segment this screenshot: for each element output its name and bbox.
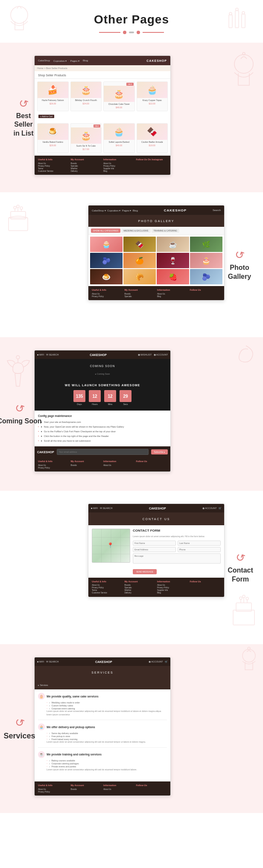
cs-breadcrumb: ▸ Coming Soon [95, 373, 110, 375]
sv-footer-col-1-title: Useful & Info [38, 784, 69, 787]
cs-footer-col-1-title: Useful & Info [38, 460, 69, 463]
bullet-text: Private events and parties [51, 765, 76, 768]
sv-banner: SERVICES [35, 666, 170, 679]
bullet-icon: ○ [49, 704, 50, 707]
gallery-footer-col-4: Follow Us [190, 289, 221, 298]
cs-bullet-text-4: Scroll all the time you have to set subm… [44, 439, 91, 443]
doodle-cake-bottom-right [227, 589, 261, 631]
gallery-footer-col-1: Useful & Info About Us Privacy Policy [92, 289, 123, 298]
sv-breadcrumb-bar: ▸ Services [35, 679, 170, 689]
sv-footer-col-2: My Account Brands [71, 784, 102, 793]
gallery-footer: Useful & Info About Us Privacy Policy My… [88, 286, 224, 300]
footer-link-blog: Blog [103, 170, 134, 172]
bullet-text: Same day delivery available [51, 732, 78, 735]
cf-f-link-12: Blog [157, 592, 188, 594]
mock-nav-bestseller: CakeShop Cupcakes ▾ Pages ▾ Blog CAKESHO… [35, 56, 170, 65]
filter-tab-training[interactable]: TRAINING & CATERING [152, 229, 179, 233]
product-card-0: 🍰 Hazle Patissery Saloon $26.00 [37, 81, 69, 111]
doodle-cupcake-topright-services [237, 646, 261, 672]
photogallery-mock: CakeShop ▾ Cupcakes ▾ Pages ▾ Blog CAKES… [88, 205, 225, 301]
comingsoon-label-text: Coming Soon [0, 417, 42, 426]
cs-sub-header: COMING SOON ▸ Coming Soon [35, 359, 170, 379]
cf-submit-btn[interactable]: SEND MESSAGE [133, 569, 157, 574]
bullet-icon: ○ [49, 762, 50, 765]
filter-tab-all[interactable]: SHOW ALL CATEGORIES [91, 229, 120, 233]
gallery-footer-col-4-title: Follow Us [190, 289, 221, 291]
bullet-icon: ○ [49, 732, 50, 735]
service-item-2: ☕ We provide training and catering servi… [38, 751, 167, 775]
service-0-bullet-1: ○Custom birthday cakes [47, 704, 167, 707]
bullet-icon: ○ [49, 765, 50, 768]
product-price-6: $49.00 [104, 144, 134, 147]
gallery-item-8: 🍮 [90, 269, 123, 284]
cs-countdown-numbers: 135 Days 12 Hours 12 Mins 29 Secs [39, 390, 166, 405]
cs-footer: Useful & Info About Us Privacy Policy My… [35, 457, 170, 472]
bestseller-label: ↻ Best Seller in List [6, 97, 41, 138]
sv-breadcrumb: ▸ Services [38, 684, 48, 686]
gallery-item-11: 🫐 [190, 269, 222, 284]
product-img-1: 🎂 [71, 82, 102, 98]
cs-footer-brand: CAKESHOP [37, 451, 54, 454]
cf-phone-input[interactable] [178, 547, 221, 552]
sv-footer-col-1: Useful & Info About Us Privacy Policy [38, 784, 69, 793]
product-price-1: $34.00 [71, 102, 102, 105]
cs-bullet-list: ●Start your site at theshopname.com ●Now… [38, 420, 167, 443]
cs-bullet-2: ●Go to the Fufillar's Club Fort Pawn Che… [38, 429, 167, 434]
product-card-2: SALE 🎂 Chocolate Cake Tower $48.00 [103, 81, 135, 111]
cs-footer-grid: Useful & Info About Us Privacy Policy My… [38, 460, 167, 469]
sv-brand: CAKESHOP [95, 660, 112, 663]
cf-contact-row [133, 547, 221, 552]
svg-point-7 [234, 55, 253, 73]
cs-footer-col-3: Information About Us [103, 460, 134, 469]
cf-lastname-input[interactable] [178, 541, 221, 546]
cs-f-link-2: Privacy Policy [38, 466, 69, 469]
footer-col-2: My Account Brands Specials Wishlist Deli… [71, 158, 102, 172]
cs-top-bar: ■ WIFI ✉ SEARCH CAKESHOP ◉ WISHLIST ◉ AC… [35, 350, 170, 359]
filter-tab-wedding[interactable]: WEDDING & EXCLUSIVE [121, 229, 150, 233]
doodle-cupcake-right [229, 51, 259, 90]
cf-footer-col-2: My Account Brands Specials Wishlist Deli… [125, 580, 156, 594]
svg-rect-9 [9, 218, 28, 231]
service-2-header: ☕ We provide training and catering servi… [38, 751, 167, 758]
gallery-footer-col-2-title: My Account [125, 289, 156, 291]
brand-logo-bestseller: CAKESHOP [146, 59, 167, 62]
cs-f-link-3: Brands [71, 464, 102, 466]
cs-nav-left: ■ WIFI ✉ SEARCH [37, 353, 59, 356]
cf-firstname-input[interactable] [133, 541, 176, 546]
footer-link-cs: Customer Service [38, 170, 69, 172]
cf-email-input[interactable] [133, 547, 176, 552]
gallery-grid: 🧁 🍫 ☕ 🌿 🫐 🍊 🍷 🎂 🍮 🥐 🍓 🫐 [88, 235, 224, 286]
svg-point-16 [20, 207, 23, 209]
countdown-mins: 12 Mins [104, 390, 116, 405]
gallery-footer-col-3: Information About Us Blog [157, 289, 188, 298]
cs-bullet-text-1: Now, your OpenCart store will be shown i… [44, 425, 124, 429]
add-to-cart-btn[interactable]: + Add to Cart [38, 115, 54, 118]
cf-nav-bar: ■ WIFI ✉ SEARCH CAKESHOP ◉ ACCOUNT 🛒 [88, 504, 224, 512]
badge-2: SALE [126, 83, 133, 86]
svg-point-15 [17, 205, 19, 208]
cs-subscribe-footer: CAKESHOP Subscribe ▸ [35, 446, 170, 457]
services-label-text: Services [3, 731, 35, 741]
cs-subscribe-btn[interactable]: Subscribe ▸ [151, 449, 168, 454]
cs-email-input[interactable] [57, 449, 149, 455]
cf-form-title: CONTACT FORM [133, 529, 221, 532]
bestseller-mock: CakeShop Cupcakes ▾ Pages ▾ Blog CAKESHO… [34, 55, 171, 175]
bullet-text: Wedding cakes made to order [51, 701, 80, 704]
bestseller-section: ↻ Best Seller in List CakeShop Cupcakes … [0, 43, 263, 192]
sv-nav-right: ◉ ACCOUNT 🛒 [149, 660, 168, 663]
product-name-3: Krazy Cupper Topas [137, 98, 168, 102]
cs-bullet-icon-2: ● [41, 430, 42, 434]
footer-link-delivery: Delivery [71, 170, 102, 172]
svg-point-5 [236, 8, 238, 11]
nav-link-cupcake: Cupcakes ▾ [53, 59, 67, 62]
bullet-text: Custom birthday cakes [51, 704, 73, 707]
subnav-breadcrumb: Home > Best Seller Products [37, 67, 67, 69]
countdown-secs: 29 Secs [120, 390, 132, 405]
cf-message-input[interactable] [133, 553, 221, 564]
service-2-bullet-1: ○Corporate catering packages [47, 762, 167, 765]
footer-col-4-title: Follow Us On Instagram [136, 158, 167, 161]
product-card-7: 🍫 Coulter Badler Armade $18.00 [137, 123, 168, 153]
svg-point-34 [248, 647, 250, 650]
cf-name-row [133, 541, 221, 546]
cs-bullet-icon-4: ● [41, 439, 42, 443]
